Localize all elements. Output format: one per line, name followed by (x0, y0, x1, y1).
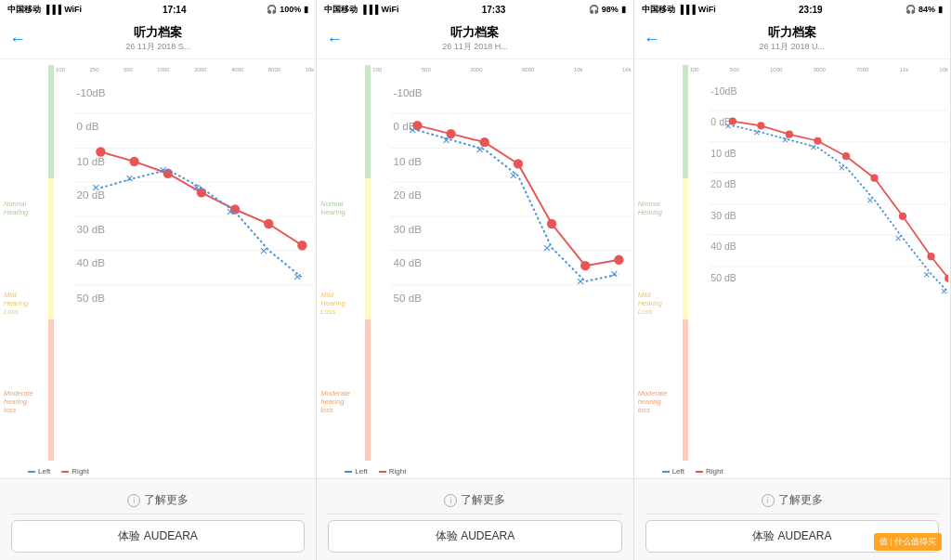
battery-1: 100% (280, 5, 301, 14)
status-right-3: 🎧 84% ▮ (905, 5, 943, 14)
info-icon-1: i (127, 494, 140, 507)
svg-point-46 (580, 261, 590, 270)
info-icon-3: i (762, 494, 775, 507)
right-legend-label-1: Right (72, 467, 89, 475)
audeara-button-1[interactable]: 体验 AUDEARA (11, 520, 305, 553)
svg-text:×: × (260, 242, 268, 258)
svg-text:-10dB: -10dB (77, 86, 106, 98)
phone-screen-2: 中国移动 ▐▐▐ WiFi 17:33 🎧 98% ▮ ← 听力档案 26 11… (317, 0, 633, 560)
header-title-3: 听力档案 (768, 24, 816, 41)
carrier-3: 中国移动 (642, 4, 675, 16)
svg-text:-10dB: -10dB (710, 85, 736, 97)
back-button-2[interactable]: ← (326, 29, 343, 48)
status-right-1: 🎧 100% ▮ (267, 5, 308, 14)
chart-area-1: NormalHearing MildHearingLoss Moderatehe… (0, 59, 316, 464)
svg-text:×: × (866, 193, 874, 207)
status-left-2: 中国移动 ▐▐▐ WiFi (324, 4, 398, 16)
chart-area-2: NormalHearing MildHearingLoss Moderatehe… (317, 59, 632, 464)
svg-text:×: × (941, 284, 948, 297)
header-2: ← 听力档案 26 11月 2018 H... (317, 19, 632, 59)
left-legend-dot-2 (345, 471, 352, 473)
svg-text:30 dB: 30 dB (394, 223, 423, 235)
battery-icon-3: ▮ (938, 5, 943, 14)
legend-1: Left Right (0, 464, 316, 478)
header-title-1: 听力档案 (134, 24, 182, 41)
svg-point-76 (944, 275, 948, 282)
left-legend-dot-1 (28, 471, 35, 473)
header-title-2: 听力档案 (450, 24, 499, 41)
header-subtitle-2: 26 11月 2018 H... (442, 41, 508, 53)
chart-plot-2: 100 500 2000 6000 10k 16k -10dB 0 dB 10 … (371, 65, 632, 461)
svg-text:10 dB: 10 dB (394, 155, 423, 167)
svg-text:×: × (442, 132, 450, 148)
svg-point-14 (96, 147, 105, 156)
time-3: 23:19 (799, 5, 823, 15)
learn-more-3[interactable]: i 了解更多 (645, 487, 939, 514)
legend-3: Left Right (634, 464, 950, 478)
normal-label-1: NormalHearing (4, 200, 48, 216)
left-legend-label-1: Left (38, 467, 50, 475)
learn-more-label-1: 了解更多 (144, 492, 189, 508)
audiogram-2: -10dB 0 dB 10 dB 20 dB 30 dB 40 dB 50 dB… (391, 80, 631, 319)
hearing-labels-1: NormalHearing MildHearingLoss Moderatehe… (0, 65, 48, 461)
chart-plot-3: 100 500 1000 3000 7000 11k 16k -10dB 0 d… (688, 65, 950, 461)
svg-point-74 (899, 213, 906, 220)
bottom-area-1: i 了解更多 体验 AUDEARA (0, 478, 316, 560)
headphone-icon-2: 🎧 (589, 5, 599, 14)
phone-screen-1: 中国移动 ▐▐▐ WiFi 17:14 🎧 100% ▮ ← 听力档案 26 1… (0, 0, 317, 560)
battery-icon-2: ▮ (621, 5, 626, 14)
svg-point-20 (297, 241, 306, 250)
svg-text:×: × (810, 140, 817, 154)
learn-more-1[interactable]: i 了解更多 (11, 487, 305, 514)
svg-text:×: × (543, 240, 552, 255)
normal-label-3: NormalHearing (638, 200, 683, 216)
svg-text:×: × (409, 122, 417, 137)
freq-axis-2: 100 500 2000 6000 10k 16k (371, 67, 632, 72)
svg-text:×: × (293, 268, 302, 284)
mild-label-2: MildHearingLoss (320, 291, 365, 316)
carrier-1: 中国移动 (7, 4, 41, 16)
svg-text:×: × (510, 167, 518, 183)
left-legend-dot-3 (662, 471, 670, 473)
svg-text:×: × (838, 161, 845, 175)
audeara-button-2[interactable]: 体验 AUDEARA (328, 520, 621, 553)
svg-point-15 (129, 157, 138, 166)
phone-screen-3: 中国移动 ▐▐▐ WiFi 23:19 🎧 84% ▮ ← 听力档案 26 11… (634, 0, 951, 560)
header-3: ← 听力档案 26 11月 2018 U... (634, 19, 950, 59)
svg-text:×: × (923, 267, 931, 281)
status-left-3: 中国移动 ▐▐▐ WiFi (642, 4, 716, 16)
moderate-label-3: Moderatehearingloss (638, 389, 683, 414)
svg-text:×: × (92, 179, 100, 195)
battery-2: 98% (602, 5, 619, 14)
right-legend-dot-3 (696, 471, 703, 473)
header-1: ← 听力档案 26 11月 2018 S... (0, 19, 316, 59)
svg-point-19 (264, 219, 273, 228)
signal-icon-2: ▐▐▐ (360, 5, 378, 14)
svg-point-72 (841, 152, 849, 160)
normal-label-2: NormalHearing (320, 200, 365, 216)
svg-text:×: × (753, 125, 761, 139)
signal-icon-1: ▐▐▐ (44, 5, 61, 14)
learn-more-2[interactable]: i 了解更多 (328, 487, 621, 514)
svg-text:30 dB: 30 dB (77, 223, 106, 235)
svg-text:50 dB: 50 dB (710, 272, 736, 283)
learn-more-label-2: 了解更多 (461, 492, 505, 508)
headphone-icon-3: 🎧 (905, 5, 916, 14)
back-button-1[interactable]: ← (9, 29, 26, 48)
svg-point-75 (927, 253, 934, 260)
svg-point-47 (615, 255, 624, 265)
hearing-labels-2: NormalHearing MildHearingLoss Moderatehe… (317, 65, 365, 461)
bottom-area-2: i 了解更多 体验 AUDEARA (317, 478, 632, 560)
time-1: 17:14 (163, 5, 187, 15)
time-2: 17:33 (482, 5, 506, 15)
status-bar-1: 中国移动 ▐▐▐ WiFi 17:14 🎧 100% ▮ (0, 0, 316, 19)
svg-text:10 dB: 10 dB (710, 148, 736, 159)
svg-text:×: × (894, 231, 902, 245)
svg-text:20 dB: 20 dB (394, 189, 423, 201)
header-subtitle-1: 26 11月 2018 S... (125, 41, 190, 53)
svg-text:40 dB: 40 dB (710, 241, 736, 252)
learn-more-label-3: 了解更多 (778, 492, 823, 508)
back-button-3[interactable]: ← (644, 29, 660, 48)
hearing-labels-3: NormalHearing MildHearingLoss Moderatehe… (634, 65, 683, 461)
wifi-icon-2: WiFi (381, 5, 398, 14)
